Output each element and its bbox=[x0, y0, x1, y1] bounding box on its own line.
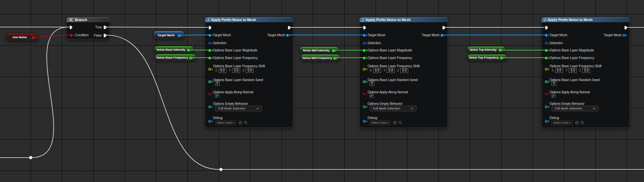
input-pin[interactable] bbox=[545, 42, 550, 45]
exec-in-pin[interactable] bbox=[70, 26, 73, 29]
exec-false-pin[interactable] bbox=[104, 34, 107, 37]
input-pin[interactable] bbox=[545, 34, 550, 37]
input-pin[interactable] bbox=[363, 80, 368, 83]
function-node-header[interactable]: ƒApply Perlin Noise to Mesh bbox=[205, 17, 293, 22]
input-pin[interactable] bbox=[363, 68, 368, 71]
browse-asset-icon[interactable] bbox=[580, 121, 584, 125]
pin-label: Options Base Layer Random Seed bbox=[213, 78, 263, 82]
number-value-field[interactable]: 0 bbox=[552, 81, 556, 86]
pin-label: True bbox=[95, 26, 102, 29]
input-pin[interactable] bbox=[545, 49, 550, 52]
asset-dropdown[interactable]: Select Asset bbox=[370, 120, 391, 125]
vector-value-field[interactable]: 0.0 bbox=[232, 68, 240, 73]
exec-true-pin[interactable] bbox=[104, 26, 107, 29]
vector-value-field[interactable]: 0.0 bbox=[400, 68, 408, 73]
variable-node-target-mesh[interactable]: Target Mesh bbox=[153, 31, 185, 40]
input-pin[interactable] bbox=[363, 106, 368, 108]
blueprint-graph-canvas[interactable]: BranchConditionTrueFalseUse NoiseTarget … bbox=[0, 0, 644, 182]
checkbox[interactable]: ✔ bbox=[215, 94, 219, 98]
variable-node-use-noise[interactable]: Use Noise bbox=[6, 33, 39, 42]
variable-output-pin[interactable] bbox=[500, 57, 505, 59]
variable-output-pin[interactable] bbox=[332, 49, 337, 52]
variable-node-noise-base-frequency[interactable]: Noise Base Frequency bbox=[154, 54, 197, 62]
input-pin[interactable] bbox=[208, 80, 213, 83]
variable-node-noise-top-frequency[interactable]: Noise Top Frequency bbox=[467, 54, 507, 61]
number-value-field[interactable]: 0 bbox=[370, 81, 374, 86]
variable-output-pin[interactable] bbox=[333, 57, 338, 60]
input-pin[interactable] bbox=[545, 68, 550, 71]
exec-out-pin[interactable] bbox=[288, 26, 291, 30]
function-node-apply-perlin-1[interactable]: ƒApply Perlin Noise to MeshTarget MeshTa… bbox=[205, 17, 293, 128]
browse-asset-icon[interactable] bbox=[398, 121, 402, 125]
input-pin[interactable] bbox=[545, 93, 550, 95]
vector-value-field[interactable]: 0.0 bbox=[569, 68, 577, 73]
input-pin[interactable] bbox=[363, 34, 368, 37]
output-pin[interactable] bbox=[623, 34, 627, 37]
vector-value-field[interactable]: 0.0 bbox=[582, 68, 590, 73]
function-node-apply-perlin-3[interactable]: ƒApply Perlin Noise to MeshTarget MeshTa… bbox=[541, 17, 630, 128]
output-pin[interactable] bbox=[286, 34, 291, 37]
vector-value-field[interactable]: 0.0 bbox=[387, 68, 395, 73]
input-pin[interactable] bbox=[208, 106, 213, 108]
input-pin[interactable] bbox=[208, 68, 213, 71]
function-node-header[interactable]: ƒApply Perlin Noise to Mesh bbox=[542, 17, 629, 22]
checkbox[interactable]: ✔ bbox=[552, 94, 555, 98]
asset-dropdown[interactable]: Select Asset bbox=[215, 120, 236, 125]
exec-out-pin[interactable] bbox=[443, 26, 446, 30]
variable-node-noise-mid-intensity[interactable]: Noise Mid Intensity bbox=[299, 46, 339, 54]
variable-node-noise-base-intensity[interactable]: Noise Base Intensity bbox=[154, 46, 194, 54]
input-pin[interactable] bbox=[363, 49, 368, 52]
input-pin[interactable] bbox=[208, 49, 213, 52]
input-pin[interactable] bbox=[545, 57, 550, 59]
wire-exec-reroute-a-to-branch[interactable] bbox=[31, 27, 69, 158]
number-value-field[interactable]: 0 bbox=[215, 81, 220, 86]
variable-output-pin[interactable] bbox=[499, 49, 503, 51]
reroute-node[interactable] bbox=[219, 168, 223, 171]
pin-label: Debug bbox=[213, 116, 223, 120]
variable-output-pin[interactable] bbox=[32, 36, 36, 39]
output-pin[interactable] bbox=[441, 34, 445, 37]
wire-exec-branch-true-to-node1[interactable] bbox=[106, 27, 208, 27]
enum-dropdown[interactable]: Full Mesh Selection bbox=[552, 106, 598, 111]
asset-dropdown[interactable]: Select Asset bbox=[552, 120, 573, 125]
function-node-apply-perlin-2[interactable]: ƒApply Perlin Noise to MeshTarget MeshTa… bbox=[359, 17, 448, 128]
input-pin[interactable] bbox=[545, 80, 550, 83]
use-selected-asset-icon[interactable] bbox=[575, 121, 579, 125]
input-pin[interactable] bbox=[208, 34, 213, 37]
variable-node-noise-mid-frequency[interactable]: Noise Mid Frequency bbox=[300, 54, 340, 62]
input-pin[interactable] bbox=[208, 120, 213, 123]
exec-out-pin[interactable] bbox=[625, 26, 627, 30]
use-selected-asset-icon[interactable] bbox=[393, 121, 397, 125]
enum-dropdown[interactable]: Full Mesh Selection bbox=[370, 106, 416, 111]
vector-value-field[interactable]: 0.0 bbox=[219, 68, 227, 73]
browse-asset-icon[interactable] bbox=[244, 121, 248, 125]
variable-node-noise-top-intensity[interactable]: Noise Top Intensity bbox=[466, 46, 506, 53]
function-node-header[interactable]: ƒApply Perlin Noise to Mesh bbox=[360, 17, 447, 22]
pin-label: Target Mesh bbox=[422, 34, 440, 37]
exec-in-pin[interactable] bbox=[545, 26, 548, 30]
input-pin[interactable] bbox=[363, 57, 368, 59]
exec-in-pin[interactable] bbox=[209, 26, 212, 30]
use-selected-asset-icon[interactable] bbox=[238, 121, 242, 125]
enum-dropdown[interactable]: Full Mesh Selection bbox=[215, 106, 262, 111]
checkbox[interactable]: ✔ bbox=[370, 94, 374, 98]
variable-output-pin[interactable] bbox=[187, 49, 192, 51]
branch-node-header[interactable]: Branch bbox=[67, 17, 110, 22]
exec-in-pin[interactable] bbox=[363, 26, 366, 30]
input-pin[interactable] bbox=[545, 120, 550, 123]
variable-output-pin[interactable] bbox=[189, 57, 194, 59]
input-pin[interactable] bbox=[208, 42, 213, 45]
input-pin[interactable] bbox=[208, 57, 213, 59]
input-pin[interactable] bbox=[545, 106, 550, 108]
input-pin[interactable] bbox=[208, 93, 213, 95]
condition-pin[interactable] bbox=[70, 34, 75, 37]
vector-value-field[interactable]: 0.0 bbox=[373, 68, 381, 73]
input-pin[interactable] bbox=[363, 93, 368, 95]
input-pin[interactable] bbox=[363, 42, 368, 45]
reroute-node[interactable] bbox=[29, 156, 32, 159]
input-pin[interactable] bbox=[363, 120, 368, 123]
variable-output-pin[interactable] bbox=[178, 34, 182, 37]
vector-value-field[interactable]: 0.0 bbox=[246, 68, 254, 73]
branch-node[interactable]: BranchConditionTrueFalse bbox=[66, 17, 110, 39]
vector-value-field[interactable]: 0.0 bbox=[555, 68, 563, 73]
